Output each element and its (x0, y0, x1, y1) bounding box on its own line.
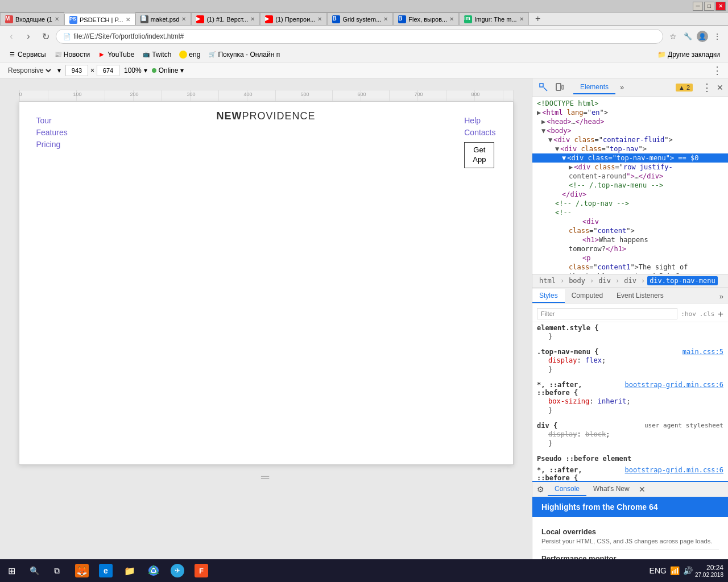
bookmark-twitch[interactable]: 📺 Twitch (139, 49, 175, 60)
system-clock[interactable]: 20:24 27.02.2018 (695, 564, 723, 578)
extensions-button[interactable]: 🔧 (681, 30, 694, 43)
width-input[interactable] (65, 65, 88, 76)
dom-line-h1-close[interactable]: tomorrow?</h1> (532, 244, 728, 253)
forward-button[interactable]: › (22, 30, 35, 43)
dom-line-class-content1[interactable]: class="content1">The sight of (532, 263, 728, 272)
dom-line-p[interactable]: <p (532, 253, 728, 263)
elements-tab[interactable]: Elements (573, 81, 615, 94)
dom-line-html[interactable]: ▶<html lang="en"> (532, 108, 728, 117)
tab-gmail-close[interactable]: ✕ (55, 16, 59, 22)
source-maincss5[interactable]: main.css:5 (682, 348, 723, 356)
device-mode-button[interactable] (553, 81, 566, 94)
style-filter-input[interactable] (537, 308, 677, 319)
more-panels-button[interactable]: » (618, 83, 626, 92)
cls-hint[interactable]: .cls (700, 310, 715, 318)
tab-grid-close[interactable]: ✕ (383, 16, 388, 22)
tab-grid[interactable]: B Grid system... ✕ (327, 13, 393, 25)
tab-flex-close[interactable]: ✕ (449, 16, 454, 22)
bookmark-servisy[interactable]: ☰ Сервисы (5, 49, 49, 60)
bc-body[interactable]: body (566, 276, 588, 285)
nav-contacts-link[interactable]: Contacts (464, 128, 495, 137)
user-profile-button[interactable]: 👤 (696, 30, 709, 43)
dom-line-doctype[interactable]: <!DOCTYPE html> (532, 99, 728, 108)
bookmark-youtube[interactable]: ▶ YouTube (94, 49, 138, 60)
other-bookmarks-button[interactable]: 📁 Другие закладки (654, 49, 723, 60)
whats-new-close-button[interactable]: ✕ (639, 485, 646, 494)
chrome-menu-button[interactable]: ⋮ (711, 30, 723, 43)
start-button[interactable]: ⊞ (0, 559, 23, 582)
tray-volume[interactable]: 🔊 (683, 566, 693, 575)
taskbar-figma[interactable]: F (190, 559, 213, 582)
taskbar-chrome[interactable] (142, 559, 165, 582)
device-toolbar-more[interactable]: ⋮ (712, 64, 722, 77)
dom-line-close-div1[interactable]: </div> (532, 190, 728, 199)
taskbar-files[interactable]: 📁 (118, 559, 141, 582)
window-controls[interactable]: ─ □ ✕ (693, 2, 726, 11)
dom-line-row[interactable]: ▶<div class="row justify- (532, 163, 728, 172)
tab-maket-close[interactable]: ✕ (181, 16, 186, 22)
taskbar-firefox[interactable]: 🦊 (71, 559, 93, 582)
source-bootstrap6-2[interactable]: bootstrap-grid.min.css:6 (625, 466, 723, 474)
bookmark-pokupka[interactable]: 🛒 Покупка - Онлайн п (205, 49, 283, 60)
dom-line-comment2[interactable]: <!-- /.top-nav --> (532, 199, 728, 208)
tab-psdetch-close[interactable]: ✕ (126, 16, 130, 23)
dom-line-head[interactable]: ▶<head>…</head> (532, 117, 728, 126)
tab-yt2-close[interactable]: ✕ (317, 16, 322, 22)
tab-yt1[interactable]: ▶ (1) #1. Верст... ✕ (191, 13, 260, 25)
source-bootstrap6[interactable]: bootstrap-grid.min.css:6 (625, 381, 723, 389)
dom-line-div-content[interactable]: <div (532, 217, 728, 226)
close-window-button[interactable]: ✕ (715, 2, 726, 11)
console-tab[interactable]: Console (548, 483, 586, 496)
bottom-settings-icon[interactable]: ⚙ (537, 485, 544, 494)
zoom-control[interactable]: 100% ▾ (124, 66, 147, 74)
tab-gmail[interactable]: M Входящие (1 ✕ (0, 13, 64, 25)
devtools-menu-button[interactable]: ⋮ (702, 81, 712, 94)
dom-line-container[interactable]: ▼<div class="container-fluid"> (532, 135, 728, 144)
refresh-button[interactable]: ↻ (39, 30, 52, 43)
bookmark-star-button[interactable]: ☆ (667, 30, 679, 43)
minimize-button[interactable]: ─ (693, 2, 703, 11)
whats-new-tab[interactable]: What's New (586, 483, 636, 496)
bc-div1[interactable]: div (596, 276, 613, 285)
computed-tab[interactable]: Computed (565, 289, 610, 303)
bookmark-eng[interactable]: eng (176, 49, 204, 60)
tab-maket[interactable]: 📄 maket.psd ✕ (135, 13, 192, 25)
tray-lang[interactable]: ENG (650, 566, 667, 575)
tab-psdetch[interactable]: PS PSDETCH | P... ✕ (64, 14, 135, 26)
bc-div-topnav-menu[interactable]: div.top-nav-menu (647, 276, 718, 285)
bc-div2[interactable]: div (622, 276, 639, 285)
warning-badge[interactable]: ▲ 2 (676, 84, 693, 92)
inspect-element-button[interactable] (537, 81, 551, 94)
dom-line-topnav-menu[interactable]: ▼<div class="top-nav-menu"> == $0 (532, 153, 728, 163)
dom-line-body[interactable]: ▼<body> (532, 126, 728, 135)
search-button[interactable]: 🔍 (23, 559, 46, 582)
dom-line-comment1[interactable]: <!-- /.top-nav-menu --> (532, 181, 728, 190)
tab-yt2[interactable]: ▶ (1) Препрои... ✕ (260, 13, 327, 25)
add-style-button[interactable]: + (718, 309, 723, 319)
tab-flex[interactable]: B Flex, выров... ✕ (393, 13, 459, 25)
bookmark-novosti[interactable]: 📰 Новости (51, 49, 93, 60)
maximize-button[interactable]: □ (704, 2, 714, 11)
back-button[interactable]: ‹ (5, 30, 18, 43)
nav-tour-link[interactable]: Tour (36, 116, 68, 125)
tab-imgur-close[interactable]: ✕ (519, 16, 524, 22)
style-more-button[interactable]: » (715, 290, 728, 303)
height-input[interactable] (97, 65, 119, 76)
device-select[interactable]: Responsive (6, 66, 53, 75)
nav-help-link[interactable]: Help (464, 116, 481, 125)
taskbar-edge[interactable]: e (94, 559, 117, 582)
styles-tab[interactable]: Styles (532, 289, 565, 303)
dom-line-topnav[interactable]: ▼<div class="top-nav"> (532, 144, 728, 153)
tab-yt1-close[interactable]: ✕ (250, 16, 255, 22)
get-app-button[interactable]: Get App (464, 142, 494, 168)
dom-line-comment3[interactable]: <!-- (532, 208, 728, 217)
devtools-close-button[interactable]: ✕ (717, 83, 723, 92)
dom-line-h1[interactable]: <h1>What happens (532, 235, 728, 244)
online-control[interactable]: Online ▾ (152, 66, 184, 74)
taskbar-telegram[interactable]: ✈ (166, 559, 189, 582)
tray-network[interactable]: 📶 (670, 566, 680, 575)
address-bar[interactable]: 📄 file:///E:/Site/To/portfolio/indext.ht… (56, 29, 663, 44)
task-view-button[interactable]: ⧉ (46, 559, 68, 582)
tab-imgur[interactable]: im Imgur: The m... ✕ (459, 13, 528, 25)
dom-line-class-content[interactable]: class="content"> (532, 226, 728, 235)
